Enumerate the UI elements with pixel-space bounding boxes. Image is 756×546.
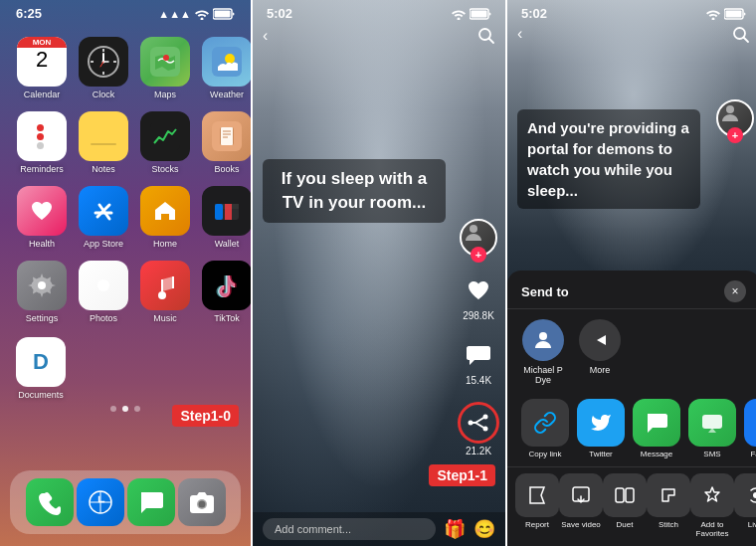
add-favorites-label: Add to Favorites — [690, 520, 734, 538]
action-stitch[interactable]: Stitch — [647, 473, 690, 538]
home-label: Home — [153, 239, 177, 249]
share-app-sms[interactable]: SMS — [688, 399, 736, 458]
books-label: Books — [214, 164, 239, 174]
app-notes[interactable]: Notes — [78, 111, 129, 174]
phone2-tiktok-feed: 5:02 ‹ If you sleep with a TV in your ro… — [253, 0, 505, 546]
phone2-share-button[interactable]: 21.2K — [458, 402, 499, 456]
app-wallet[interactable]: Wallet — [201, 186, 251, 249]
report-label: Report — [525, 520, 549, 529]
dock-messages[interactable] — [127, 478, 175, 526]
more-contacts-button[interactable]: More — [579, 319, 621, 385]
svg-rect-56 — [616, 488, 624, 502]
phone2-comment-bar: Add comment... 🎁 😊 — [253, 512, 505, 546]
action-duet[interactable]: Duet — [603, 473, 647, 538]
svg-point-14 — [225, 54, 235, 64]
sms-label: SMS — [703, 450, 720, 458]
app-maps[interactable]: Maps — [139, 37, 191, 99]
phone3-status-bar: 5:02 — [507, 0, 756, 23]
share-app-copylink[interactable]: Copy link — [521, 399, 569, 458]
app-health[interactable]: Health — [16, 186, 68, 249]
svg-rect-24 — [215, 204, 223, 220]
phone2-creator-avatar[interactable]: + — [460, 219, 497, 257]
dot-2 — [122, 406, 128, 412]
svg-point-50 — [539, 332, 547, 340]
wallet-label: Wallet — [215, 239, 240, 249]
app-home[interactable]: Home — [139, 186, 191, 249]
svg-point-42 — [483, 415, 488, 420]
phone3-follow-icon[interactable]: + — [727, 127, 743, 143]
app-photos[interactable]: Photos — [78, 261, 129, 323]
search-icon[interactable] — [477, 25, 495, 46]
phone2-status-bar: 5:02 — [253, 0, 505, 23]
share-app-facebook[interactable]: Facebook — [744, 399, 756, 458]
dock-camera[interactable] — [178, 478, 226, 526]
calendar-label: Calendar — [24, 90, 61, 99]
app-clock[interactable]: Clock — [78, 37, 129, 99]
share-app-message[interactable]: Message — [633, 399, 680, 458]
phone3-creator-avatar[interactable]: + — [716, 99, 754, 137]
app-tiktok[interactable]: TikTok — [201, 261, 251, 323]
emoji-icon[interactable]: 😊 — [473, 518, 495, 540]
phone2-side-actions: + 298.8K 15.4K 21.2K — [458, 219, 499, 456]
contact-michael[interactable]: Michael P Dye — [521, 319, 565, 385]
action-add-favorites[interactable]: Add to Favorites — [690, 473, 734, 538]
clock-label: Clock — [93, 90, 115, 99]
app-weather[interactable]: Weather — [201, 37, 251, 99]
follow-plus-icon[interactable]: + — [471, 247, 486, 263]
add-favorites-icon — [690, 473, 734, 517]
svg-line-48 — [744, 37, 749, 42]
app-calendar[interactable]: MON 2 Calendar — [16, 37, 68, 99]
phone2-share-count: 21.2K — [466, 446, 491, 456]
phone2-caption: If you sleep with a TV in your room... — [263, 159, 446, 223]
dock-phone[interactable] — [26, 478, 74, 526]
tiktok-label: TikTok — [214, 313, 240, 323]
app-music[interactable]: Music — [139, 261, 191, 323]
app-documents[interactable]: D Documents — [16, 337, 66, 400]
svg-rect-57 — [626, 488, 634, 502]
stitch-icon — [647, 473, 690, 517]
phone2-comment-button[interactable]: 15.4K — [461, 337, 496, 386]
phone2-battery-icon — [470, 8, 491, 20]
app-books[interactable]: Books — [201, 111, 251, 174]
phone2-time: 5:02 — [267, 6, 292, 21]
phone3-caption-text: And you're providing a portal for demons… — [517, 109, 700, 209]
calendar-date: 2 — [36, 49, 48, 71]
gift-icon[interactable]: 🎁 — [444, 518, 466, 540]
app-settings[interactable]: Settings — [16, 261, 68, 323]
close-sheet-button[interactable]: × — [724, 280, 746, 302]
phone2-bottom-bar: Add comment... 🎁 😊 — [253, 512, 505, 546]
share-actions-row: Report Save video Duet Stitch — [507, 466, 756, 546]
phone3-side-actions: + — [716, 99, 754, 137]
action-save-video[interactable]: Save video — [559, 473, 603, 538]
phone2-comment-input[interactable]: Add comment... — [263, 518, 436, 540]
more-contacts-icon — [579, 319, 621, 361]
svg-rect-51 — [702, 415, 722, 429]
phone3-caption: And you're providing a portal for demons… — [517, 109, 700, 209]
stocks-label: Stocks — [151, 164, 178, 174]
copylink-icon — [521, 399, 569, 447]
phone2-like-button[interactable]: 298.8K — [461, 273, 496, 321]
phone3-back-icon[interactable]: ‹ — [517, 25, 522, 43]
svg-rect-38 — [472, 10, 487, 17]
phone3-search-icon[interactable] — [732, 25, 750, 44]
phone3-share-sheet: 5:02 ‹ And you're providing a portal for… — [507, 0, 756, 546]
action-report[interactable]: Report — [515, 473, 559, 538]
app-appstore[interactable]: App Store — [78, 186, 129, 249]
phone1-time: 6:25 — [16, 6, 42, 21]
back-icon[interactable]: ‹ — [263, 27, 268, 45]
more-contacts-label: More — [590, 365, 611, 375]
action-live[interactable]: Liv... — [734, 473, 756, 538]
svg-rect-29 — [172, 276, 174, 288]
app-reminders[interactable]: Reminders — [16, 111, 68, 174]
svg-point-49 — [726, 105, 734, 113]
maps-label: Maps — [154, 90, 176, 99]
twitter-icon — [577, 399, 625, 447]
share-app-twitter[interactable]: Twitter — [577, 399, 625, 458]
dock-safari[interactable] — [77, 478, 124, 526]
phone3-nav: ‹ — [507, 23, 756, 46]
svg-rect-18 — [221, 127, 233, 145]
documents-label: Documents — [18, 390, 64, 400]
svg-rect-30 — [161, 279, 163, 291]
app-stocks[interactable]: Stocks — [139, 111, 191, 174]
notes-label: Notes — [92, 164, 115, 174]
